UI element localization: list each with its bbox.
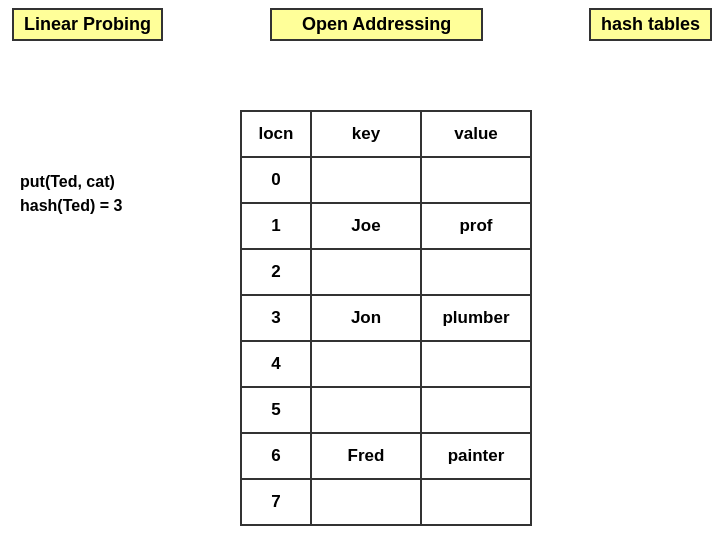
cell-locn: 1 (241, 203, 311, 249)
linear-probing-label: Linear Probing (12, 8, 163, 41)
cell-value (421, 479, 531, 525)
cell-key: Joe (311, 203, 421, 249)
open-addressing-label: Open Addressing (270, 8, 483, 41)
cell-value (421, 249, 531, 295)
cell-value: painter (421, 433, 531, 479)
cell-value: prof (421, 203, 531, 249)
cell-key (311, 157, 421, 203)
cell-locn: 5 (241, 387, 311, 433)
cell-key: Jon (311, 295, 421, 341)
cell-key (311, 249, 421, 295)
cell-locn: 3 (241, 295, 311, 341)
hash-tables-label: hash tables (589, 8, 712, 41)
table-row: 1Joeprof (241, 203, 531, 249)
cell-value (421, 387, 531, 433)
hash-table: locn key value 01Joeprof23Jonplumber456F… (240, 110, 532, 526)
table-row: 7 (241, 479, 531, 525)
cell-key: Fred (311, 433, 421, 479)
cell-locn: 6 (241, 433, 311, 479)
col-header-key: key (311, 111, 421, 157)
cell-key (311, 479, 421, 525)
cell-locn: 0 (241, 157, 311, 203)
put-description: put(Ted, cat) hash(Ted) = 3 (20, 170, 122, 218)
cell-key (311, 341, 421, 387)
cell-locn: 7 (241, 479, 311, 525)
table-row: 4 (241, 341, 531, 387)
cell-value: plumber (421, 295, 531, 341)
col-header-locn: locn (241, 111, 311, 157)
table-row: 3Jonplumber (241, 295, 531, 341)
col-header-value: value (421, 111, 531, 157)
cell-value (421, 157, 531, 203)
table-row: 0 (241, 157, 531, 203)
cell-value (421, 341, 531, 387)
table-row: 5 (241, 387, 531, 433)
cell-locn: 4 (241, 341, 311, 387)
cell-key (311, 387, 421, 433)
table-row: 2 (241, 249, 531, 295)
cell-locn: 2 (241, 249, 311, 295)
table-row: 6Fredpainter (241, 433, 531, 479)
